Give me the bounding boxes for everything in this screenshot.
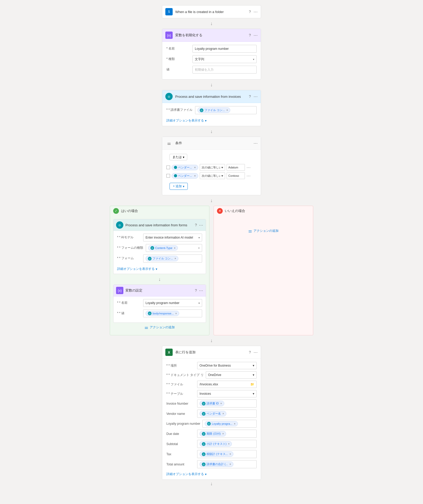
excel-field-token-icon-5: ◎ (202, 452, 206, 456)
file-token-icon: ◎ (200, 108, 203, 112)
init-var-help-icon[interactable]: ? (249, 33, 251, 37)
set-var-token-close[interactable]: × (175, 312, 177, 315)
branch-container: ✓ はいの場合 ◎ Process and save information f… (110, 206, 313, 335)
trigger-icon: S (165, 8, 173, 15)
condition-row-more-2[interactable]: ⋯ (246, 173, 251, 178)
set-var-token-icon: ◎ (148, 312, 152, 315)
process-invoice-help-icon[interactable]: ? (249, 94, 251, 99)
excel-field-row-5: Tax◎税額計 (テキス...× (166, 450, 257, 458)
set-var-more-icon[interactable]: ⋯ (199, 288, 203, 293)
form-close[interactable]: × (174, 257, 176, 260)
condition-more-icon[interactable]: ⋯ (253, 141, 258, 146)
excel-body: * 場所 OneDrive for Business ▾ * ドキュメント タイ… (162, 359, 261, 479)
excel-field-input-6[interactable]: ◎請求書の合計 (...× (197, 460, 257, 468)
form-type-field-clear[interactable]: × (198, 246, 200, 250)
excel-field-input-0[interactable]: ◎請求書 ID× (197, 399, 257, 408)
process-forms-title: Process and save information from forms (125, 223, 193, 227)
condition-value-2[interactable]: Contoso (227, 172, 245, 179)
excel-field-input-5[interactable]: ◎税額計 (テキス...× (197, 450, 257, 458)
excel-doctype-row: * ドキュメント タイプ リ OneDrive ▾ (166, 371, 257, 379)
excel-more-icon[interactable]: ⋯ (253, 350, 258, 355)
excel-table-select[interactable]: Invoices ▾ (197, 390, 257, 397)
process-forms-detail-link[interactable]: 詳細オプションを表示する ▾ (117, 267, 157, 271)
init-var-type-select[interactable]: 文字列 ▾ (192, 55, 257, 63)
excel-field-token-close-4[interactable]: × (228, 442, 229, 445)
add-action-yes-btn[interactable]: ⚌ アクションの追加 (142, 323, 177, 332)
add-action-no-btn[interactable]: ⚌ アクションの追加 (246, 226, 281, 235)
process-forms-form-input[interactable]: ◎ ファイル コン... × (143, 254, 202, 263)
condition-checkbox-2[interactable] (166, 174, 170, 178)
process-invoice-header: ◎ Process and save information from invo… (162, 90, 261, 103)
condition-row-more-1[interactable]: ⋯ (246, 165, 251, 170)
doctype-chevron: ▾ (253, 373, 254, 377)
init-var-title: 変数を初期化する (175, 33, 246, 38)
excel-field-token-close-3[interactable]: × (222, 432, 224, 435)
excel-field-input-3[interactable]: ◎期限 (日付)× (197, 430, 257, 438)
form-token-icon: ◎ (148, 257, 152, 260)
set-var-value-input[interactable]: ◎ body/response... × (143, 309, 202, 317)
excel-help-icon[interactable]: ? (249, 350, 251, 354)
process-invoice-detail-link[interactable]: 詳細オプションを表示する ▾ (166, 118, 207, 123)
branch-yes-header: ✓ はいの場合 (110, 206, 209, 216)
excel-field-label-0: Invoice Number (166, 402, 195, 405)
excel-field-input-4[interactable]: ◎小計 (テキスト)× (197, 440, 257, 448)
table-chevron: ▾ (253, 392, 254, 396)
set-var-name-label: * 名前 (117, 299, 141, 305)
condition-operator-1[interactable]: 次の値に等しい ▾ (200, 164, 225, 171)
process-forms-ai-label: * AIモデル (117, 234, 141, 240)
excel-field-token-close-5[interactable]: × (229, 453, 231, 456)
or-button[interactable]: または ▾ (170, 154, 187, 160)
trigger-help-icon[interactable]: ? (249, 10, 251, 14)
condition-checkbox-1[interactable] (166, 166, 170, 169)
excel-file-label: * ファイル (166, 382, 195, 387)
excel-location-select[interactable]: OneDrive for Business ▾ (197, 362, 257, 369)
excel-field-input-2[interactable]: ◎Loyalty progra...× (202, 420, 257, 428)
set-var-value-row: * 値 ◎ body/response... × (117, 309, 202, 317)
process-invoice-more-icon[interactable]: ⋯ (253, 94, 258, 99)
excel-doctype-select[interactable]: OneDrive ▾ (206, 371, 257, 379)
process-invoice-file-input[interactable]: ◎ ファイル コン... × (195, 106, 257, 114)
excel-table-label: * テーブル (166, 392, 195, 396)
excel-field-token-close-2[interactable]: × (234, 422, 235, 425)
excel-field-token-close-1[interactable]: × (222, 412, 224, 415)
set-var-help-icon[interactable]: ? (195, 288, 197, 293)
init-var-value-input[interactable]: 初期値を入力 (192, 66, 257, 74)
excel-field-input-1[interactable]: ◎ベンダー名× (197, 410, 257, 418)
excel-add-row-card: X 表に行を追加 ? ⋯ * 場所 OneDrive for Business … (162, 346, 261, 480)
trigger-more-icon[interactable]: ⋯ (253, 9, 258, 14)
condition-header: ⚌ 条件 ⋯ (162, 137, 261, 150)
condition-value-1[interactable]: Adatum (227, 164, 245, 171)
excel-icon: X (165, 349, 173, 356)
process-forms-more-icon[interactable]: ⋯ (199, 223, 203, 228)
set-var-name-chevron: ▾ (198, 302, 200, 305)
form-type-close[interactable]: × (174, 247, 176, 250)
process-forms-type-input[interactable]: ◎ Content-Type × × (146, 244, 202, 252)
form-type-token-icon: ◎ (150, 246, 154, 250)
condition-title: 条件 (175, 141, 251, 145)
set-var-name-select[interactable]: Loyalty program number ▾ (143, 299, 202, 307)
init-var-value-row: 値 初期値を入力 (166, 66, 257, 74)
init-var-more-icon[interactable]: ⋯ (253, 33, 258, 38)
process-forms-help-icon[interactable]: ? (195, 223, 197, 227)
excel-field-token-close-6[interactable]: × (229, 463, 231, 466)
excel-location-row: * 場所 OneDrive for Business ▾ (166, 362, 257, 369)
location-chevron: ▾ (253, 364, 254, 367)
operator-chevron-icon-1: ▾ (222, 166, 223, 169)
condition-row-2: ベンダー... × 次の値に等しい ▾ Contoso ⋯ (166, 172, 257, 179)
operator-chevron-icon-2: ▾ (222, 174, 223, 178)
add-condition-button[interactable]: + 追加 ▾ (170, 183, 188, 190)
condition-token-close-1[interactable]: × (194, 166, 196, 169)
branch-yes-content: ◎ Process and save information from form… (110, 216, 209, 335)
process-forms-ai-select[interactable]: Enter invoice information AI model ▾ (143, 234, 202, 241)
init-var-name-input[interactable]: Loyalty program number (192, 45, 257, 53)
condition-operator-2[interactable]: 次の値に等しい ▾ (200, 172, 225, 179)
excel-field-token-close-0[interactable]: × (220, 402, 222, 405)
condition-row-1: ベンダー... × 次の値に等しい ▾ Adatum ⋯ (166, 164, 257, 171)
excel-file-input[interactable]: /Invoices.xlsx 📁 (197, 381, 257, 388)
add-chevron-icon: ▾ (183, 185, 184, 188)
condition-token-close-2[interactable]: × (194, 174, 196, 177)
excel-field-label-4: Subtotal (166, 442, 195, 446)
branch-no-content: ⚌ アクションの追加 (214, 216, 313, 246)
excel-detail-link[interactable]: 詳細オプションを表示する ▾ (166, 472, 207, 476)
file-token-close[interactable]: × (226, 109, 228, 112)
